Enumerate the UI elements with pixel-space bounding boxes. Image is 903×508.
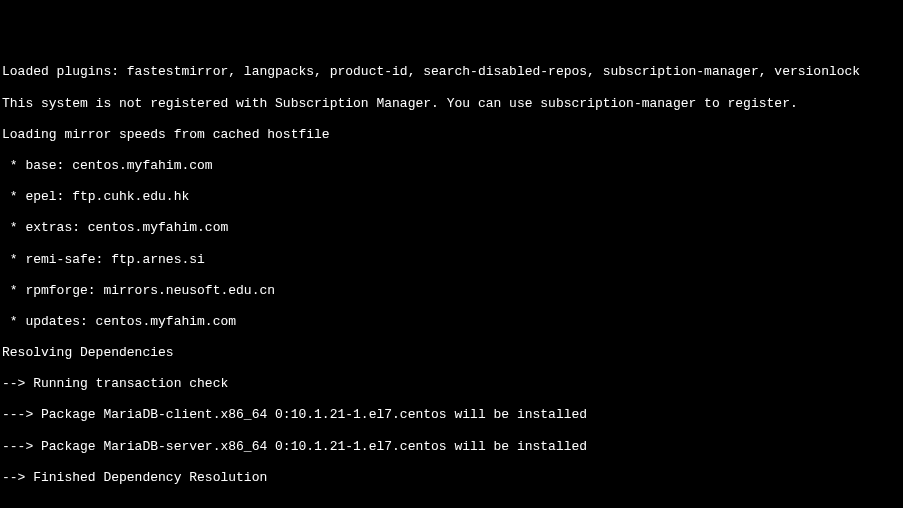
package-install-line: ---> Package MariaDB-server.x86_64 0:10.… — [2, 439, 901, 455]
mirror-line: * extras: centos.myfahim.com — [2, 220, 901, 236]
running-check-line: --> Running transaction check — [2, 376, 901, 392]
mirror-line: * updates: centos.myfahim.com — [2, 314, 901, 330]
subscription-warning-line: This system is not registered with Subsc… — [2, 96, 901, 112]
finished-resolution-line: --> Finished Dependency Resolution — [2, 470, 901, 486]
mirror-line: * base: centos.myfahim.com — [2, 158, 901, 174]
mirror-line: * rpmforge: mirrors.neusoft.edu.cn — [2, 283, 901, 299]
loading-mirrors-line: Loading mirror speeds from cached hostfi… — [2, 127, 901, 143]
loaded-plugins-line: Loaded plugins: fastestmirror, langpacks… — [2, 64, 901, 80]
resolving-deps-line: Resolving Dependencies — [2, 345, 901, 361]
package-install-line: ---> Package MariaDB-client.x86_64 0:10.… — [2, 407, 901, 423]
mirror-line: * epel: ftp.cuhk.edu.hk — [2, 189, 901, 205]
blank-line — [2, 501, 901, 508]
mirror-line: * remi-safe: ftp.arnes.si — [2, 252, 901, 268]
